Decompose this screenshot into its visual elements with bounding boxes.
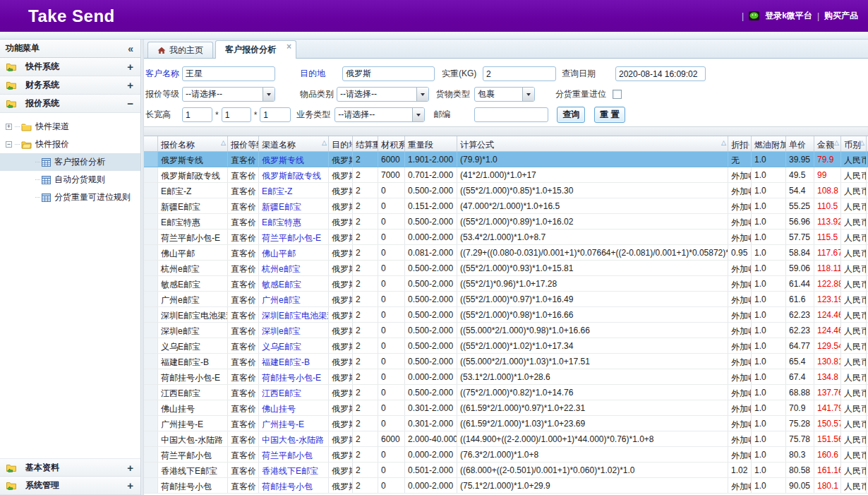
row-selector-cell[interactable] [144, 431, 158, 446]
column-header-currency[interactable]: 币别△ [841, 136, 867, 151]
item-category-select[interactable]: --请选择-- [337, 87, 429, 102]
cell-channel[interactable]: 深圳e邮宝 [259, 323, 329, 338]
customer-name-input[interactable] [182, 66, 275, 81]
cell-channel[interactable]: 福建E邮宝-B [259, 354, 329, 369]
sort-icon[interactable]: △ [860, 140, 864, 146]
column-header-discount[interactable]: 折扣△ [728, 136, 752, 151]
cell-channel[interactable]: 杭州e邮宝 [259, 261, 329, 275]
cell-channel[interactable]: 新疆E邮宝 [259, 198, 329, 213]
destination-input[interactable] [342, 66, 435, 81]
column-header-wtseg[interactable]: 重量段 [405, 136, 457, 151]
cell-channel[interactable]: 荷兰平邮小包 [259, 447, 329, 462]
table-row[interactable]: 荷邮挂号小包直客价荷邮挂号小包俄罗斯200.000-2.000(75.1*2/1… [144, 478, 868, 494]
cell-channel[interactable]: 广州挂号-E [259, 416, 329, 431]
table-row[interactable]: 广州挂号-E直客价广州挂号-E俄罗斯200.301-2.000((61.59*2… [144, 416, 868, 431]
reset-button[interactable]: 重 置 [594, 107, 625, 123]
tree-item-auto-split-rule[interactable]: 自动分货规则 [0, 171, 140, 189]
row-selector-cell[interactable] [144, 385, 158, 400]
sidebar-collapse-icon[interactable]: « [128, 43, 133, 54]
sort-icon[interactable]: △ [322, 140, 327, 146]
collapse-minus-icon[interactable]: − [127, 98, 133, 109]
expand-plus-icon[interactable]: + [127, 80, 133, 90]
table-row[interactable]: 俄罗斯邮政专线直客价俄罗斯邮政专线俄罗斯270000.701-2.000(41*… [144, 167, 868, 183]
row-selector-cell[interactable] [144, 307, 158, 322]
cell-channel[interactable]: 中国大包-水陆路 [259, 431, 329, 446]
column-header-fuel[interactable]: 燃油附加 [752, 136, 786, 151]
row-selector-cell[interactable] [144, 323, 158, 338]
cell-channel[interactable]: E邮宝-Z [259, 183, 329, 198]
row-selector-cell[interactable] [144, 447, 158, 462]
postcode-input[interactable] [474, 107, 548, 122]
cell-channel[interactable]: 荷兰平邮小包-E [259, 229, 329, 244]
actual-weight-input[interactable] [483, 66, 556, 81]
row-selector-cell[interactable] [144, 183, 158, 198]
table-row[interactable]: E邮宝-Z直客价E邮宝-Z俄罗斯200.500-2.000((55*2/1.00… [144, 183, 868, 198]
tab-customer-quote-analysis[interactable]: 客户报价分析 × [215, 40, 296, 59]
sort-icon[interactable]: △ [745, 140, 749, 146]
expand-plus-icon[interactable]: + [127, 61, 133, 72]
sidebar-section-quote-system[interactable]: 报价系统 − [0, 95, 140, 113]
query-date-input[interactable] [615, 66, 706, 81]
table-row[interactable]: 杭州e邮宝直客价杭州e邮宝俄罗斯200.500-2.000((55*2/1.00… [144, 261, 868, 276]
column-header-volcoef[interactable]: 材积系数 [378, 136, 405, 151]
cell-channel[interactable]: 敏感E邮宝 [259, 276, 329, 291]
table-row[interactable]: 香港线下E邮宝直客价香港线下E邮宝俄罗斯200.501-2.000((68.00… [144, 463, 868, 478]
row-selector-cell[interactable] [144, 245, 158, 260]
expand-plus-icon[interactable]: + [127, 480, 133, 491]
tree-item-express-channel[interactable]: + 快件渠道 [0, 118, 140, 136]
cell-channel[interactable]: 义乌E邮宝 [259, 338, 329, 353]
table-row[interactable]: 义乌E邮宝直客价义乌E邮宝俄罗斯200.500-2.000((55*2/1.00… [144, 338, 868, 354]
cell-channel[interactable]: 江西E邮宝 [259, 385, 329, 400]
cell-channel[interactable]: 佛山平邮 [259, 245, 329, 260]
width-input[interactable] [222, 107, 251, 122]
row-selector-cell[interactable] [144, 416, 158, 431]
sidebar-section-finance-system[interactable]: 财务系统 + [0, 76, 140, 95]
column-header-formula[interactable]: 计算公式△ [457, 136, 728, 151]
row-selector-cell[interactable] [144, 198, 158, 213]
cell-channel[interactable]: 香港线下E邮宝 [259, 463, 329, 477]
column-header-settle[interactable]: 结算重量 [353, 136, 378, 151]
height-input[interactable] [260, 107, 291, 122]
business-type-select[interactable]: --请选择-- [334, 107, 425, 122]
tree-item-express-quote[interactable]: − 快件报价 [0, 136, 140, 153]
sidebar-section-express-system[interactable]: 快件系统 + [0, 58, 140, 76]
close-icon[interactable]: × [287, 42, 291, 52]
table-row[interactable]: E邮宝特惠直客价E邮宝特惠俄罗斯200.500-2.000((55*2/1.00… [144, 214, 868, 229]
cargo-type-select[interactable]: 包裹 [474, 87, 535, 102]
table-row[interactable]: 敏感E邮宝直客价敏感E邮宝俄罗斯200.500-2.000((55*2/1)*0… [144, 276, 868, 292]
column-header-price[interactable]: 单价 [786, 136, 814, 151]
expand-plus-icon[interactable]: + [6, 124, 12, 130]
tree-item-customer-quote-analysis[interactable]: 客户报价分析 [0, 153, 140, 171]
row-selector-cell[interactable] [144, 214, 158, 229]
row-selector-cell[interactable] [144, 261, 158, 275]
column-header-channel[interactable]: 渠道名称△ [259, 136, 329, 151]
table-row[interactable]: 佛山挂号直客价佛山挂号俄罗斯200.301-2.000((61.59*2/1.0… [144, 400, 868, 416]
row-selector-cell[interactable] [144, 276, 158, 291]
cell-channel[interactable]: 荷邮挂号小包 [259, 478, 329, 493]
row-selector-cell[interactable] [144, 400, 158, 415]
column-header-dest[interactable]: 目的地 [329, 136, 353, 151]
row-selector-cell[interactable] [144, 354, 158, 369]
cell-channel[interactable]: 俄罗斯邮政专线 [259, 167, 329, 182]
table-row[interactable]: 江西E邮宝直客价江西E邮宝俄罗斯200.500-2.000((75*2/1.00… [144, 385, 868, 400]
sort-icon[interactable]: △ [721, 140, 726, 146]
table-row[interactable]: 荷兰平邮小包直客价荷兰平邮小包俄罗斯200.000-2.000(76.3*2/1… [144, 447, 868, 463]
table-row[interactable]: 深圳E邮宝电池渠道直客价深圳E邮宝电池渠道俄罗斯200.500-2.000((5… [144, 307, 868, 323]
sidebar-section-basic-data[interactable]: 基本资料 + [0, 458, 140, 477]
dropdown-arrow-icon[interactable] [263, 88, 275, 101]
cell-channel[interactable]: 荷邮挂号小包-E [259, 369, 329, 384]
quote-level-select[interactable]: --请选择-- [182, 87, 275, 102]
buy-product-link[interactable]: 购买产品 [824, 10, 858, 22]
tab-my-homepage[interactable]: 我的主页 [147, 42, 213, 58]
row-selector-cell[interactable] [144, 152, 158, 167]
collapse-minus-icon[interactable]: − [6, 141, 12, 148]
row-selector-cell[interactable] [144, 369, 158, 384]
sort-icon[interactable]: △ [834, 140, 839, 146]
cell-channel[interactable]: E邮宝特惠 [259, 214, 329, 229]
table-row[interactable]: 新疆E邮宝直客价新疆E邮宝俄罗斯200.151-2.000(47.000*2/1… [144, 198, 868, 214]
row-selector-cell[interactable] [144, 338, 158, 353]
cell-channel[interactable]: 广州e邮宝 [259, 292, 329, 306]
split-weight-carry-checkbox[interactable] [613, 90, 622, 99]
table-row[interactable]: 中国大包-水陆路直客价中国大包-水陆路俄罗斯260002.000-40.000(… [144, 431, 868, 447]
row-selector-cell[interactable] [144, 463, 158, 477]
